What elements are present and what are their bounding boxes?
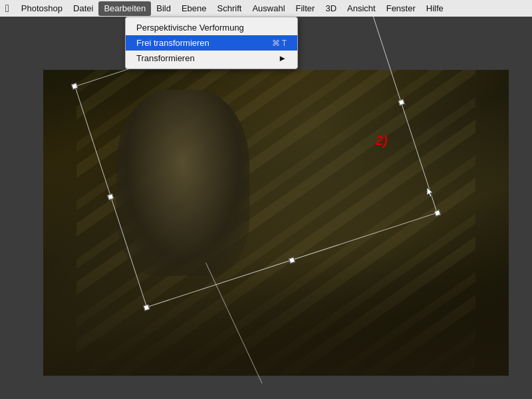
main-image — [43, 70, 509, 376]
submenu-arrow-icon: ► — [278, 53, 287, 63]
menu-auswahl[interactable]: Auswahl — [247, 1, 290, 16]
menu-ebene[interactable]: Ebene — [176, 1, 212, 16]
label-2: 2) — [376, 133, 388, 148]
menu-3d[interactable]: 3D — [320, 1, 342, 16]
menu-fenster[interactable]: Fenster — [381, 1, 421, 16]
canvas-area: 1) 2) — [0, 17, 532, 399]
menu-hilfe[interactable]: Hilfe — [421, 1, 449, 16]
bearbeiten-dropdown: Perspektivische Verformung Frei transfor… — [125, 17, 298, 69]
menu-bild[interactable]: Bild — [151, 1, 176, 16]
menubar:  Photoshop Datei Bearbeiten Bild Ebene … — [0, 0, 532, 17]
dropdown-transformieren[interactable]: Transformieren ► — [126, 51, 297, 66]
menu-filter[interactable]: Filter — [291, 1, 321, 16]
menu-ansicht[interactable]: Ansicht — [342, 1, 381, 16]
knight-figure — [116, 90, 249, 276]
menu-schrift[interactable]: Schrift — [212, 1, 247, 16]
dropdown-frei-transformieren[interactable]: Frei transformieren ⌘ T — [126, 35, 297, 51]
dropdown-perspektivische-verformung[interactable]: Perspektivische Verformung — [126, 20, 297, 35]
ground-overlay — [43, 256, 509, 376]
app-name: Photoshop — [16, 1, 68, 16]
menu-bearbeiten[interactable]: Bearbeiten — [98, 1, 151, 16]
apple-menu-icon[interactable]:  — [5, 3, 9, 15]
menu-datei[interactable]: Datei — [68, 1, 98, 16]
